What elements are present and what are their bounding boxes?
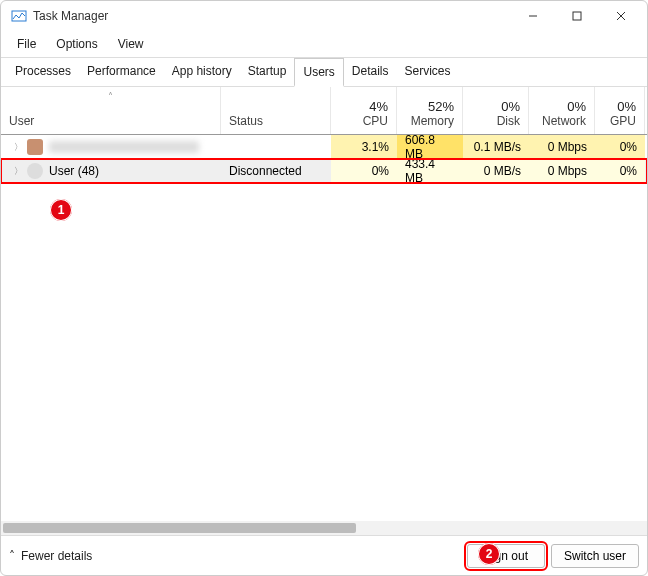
menu-options[interactable]: Options [46, 33, 107, 55]
fewer-details-toggle[interactable]: ˄ Fewer details [9, 549, 92, 563]
memory-cell: 606.8 MB [397, 135, 463, 159]
gpu-cell: 0% [595, 159, 645, 183]
tab-processes[interactable]: Processes [7, 58, 79, 86]
gpu-cell: 0% [595, 135, 645, 159]
users-table-body: 〉 3.1% 606.8 MB 0.1 MB/s 0 Mbps 0% 〉 Use… [1, 135, 647, 521]
menu-view[interactable]: View [108, 33, 154, 55]
tab-startup[interactable]: Startup [240, 58, 295, 86]
annotation-callout-2: 2 [478, 543, 500, 565]
network-cell: 0 Mbps [529, 135, 595, 159]
maximize-button[interactable] [555, 1, 599, 31]
horizontal-scrollbar[interactable] [1, 521, 647, 535]
cpu-cell: 0% [331, 159, 397, 183]
column-headers: ˄ User Status 4%CPU 52%Memory 0%Disk 0%N… [1, 87, 647, 135]
close-button[interactable] [599, 1, 643, 31]
switch-user-button[interactable]: Switch user [551, 544, 639, 568]
chevron-right-icon[interactable]: 〉 [9, 141, 27, 154]
table-row[interactable]: 〉 User (48) Disconnected 0% 433.4 MB 0 M… [1, 159, 647, 183]
sort-chevron-up-icon: ˄ [108, 91, 113, 102]
menubar: File Options View [1, 31, 647, 58]
tab-users[interactable]: Users [294, 58, 343, 87]
statusbar: ˄ Fewer details Sign out Switch user [1, 535, 647, 575]
col-memory[interactable]: 52%Memory [397, 87, 463, 134]
tab-performance[interactable]: Performance [79, 58, 164, 86]
memory-cell: 433.4 MB [397, 159, 463, 183]
tab-services[interactable]: Services [397, 58, 459, 86]
app-icon [11, 8, 27, 24]
col-status[interactable]: Status [221, 87, 331, 134]
scrollbar-thumb[interactable] [3, 523, 356, 533]
menu-file[interactable]: File [7, 33, 46, 55]
tabstrip: Processes Performance App history Startu… [1, 58, 647, 87]
task-manager-window: Task Manager File Options View Processes… [0, 0, 648, 576]
window-title: Task Manager [33, 9, 511, 23]
chevron-up-icon: ˄ [9, 549, 15, 563]
titlebar[interactable]: Task Manager [1, 1, 647, 31]
status-cell [221, 135, 331, 159]
tab-app-history[interactable]: App history [164, 58, 240, 86]
col-network[interactable]: 0%Network [529, 87, 595, 134]
svg-rect-2 [573, 12, 581, 20]
tab-details[interactable]: Details [344, 58, 397, 86]
col-user[interactable]: ˄ User [1, 87, 221, 134]
col-disk[interactable]: 0%Disk [463, 87, 529, 134]
chevron-right-icon[interactable]: 〉 [9, 165, 27, 178]
svg-rect-0 [12, 11, 26, 21]
minimize-button[interactable] [511, 1, 555, 31]
col-gpu[interactable]: 0%GPU [595, 87, 645, 134]
status-cell: Disconnected [221, 159, 331, 183]
network-cell: 0 Mbps [529, 159, 595, 183]
disk-cell: 0.1 MB/s [463, 135, 529, 159]
user-generic-icon [27, 163, 43, 179]
annotation-callout-1: 1 [50, 199, 72, 221]
user-avatar-icon [27, 139, 43, 155]
disk-cell: 0 MB/s [463, 159, 529, 183]
col-cpu[interactable]: 4%CPU [331, 87, 397, 134]
user-name: User (48) [49, 164, 99, 178]
table-row[interactable]: 〉 3.1% 606.8 MB 0.1 MB/s 0 Mbps 0% [1, 135, 647, 159]
cpu-cell: 3.1% [331, 135, 397, 159]
user-name-redacted [49, 141, 199, 153]
